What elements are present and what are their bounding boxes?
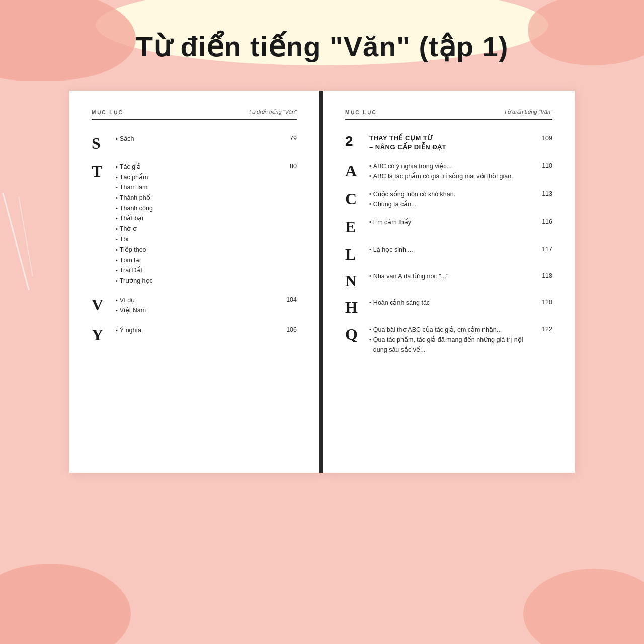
right-page-num: 113 bbox=[542, 190, 552, 209]
section-number: 2 bbox=[345, 134, 369, 149]
page-title: Từ điển tiếng "Văn" (tập 1) bbox=[136, 30, 509, 63]
toc-item: Trường học bbox=[116, 276, 282, 286]
toc-item: Ví dụ bbox=[116, 295, 278, 306]
page-num-y: 106 bbox=[286, 326, 297, 333]
right-header-title: Từ điển tiếng "Văn" bbox=[504, 109, 552, 115]
toc-item: Tóm lại bbox=[116, 255, 282, 266]
toc-row-v: Ví dụViệt Nam 104 bbox=[116, 295, 297, 316]
right-section-row: EEm cảm thấy116 bbox=[345, 217, 552, 236]
page-num-v: 104 bbox=[286, 296, 297, 303]
right-row-wrapper: Là học sinh,...117 bbox=[369, 245, 552, 255]
right-items: ABC có ý nghĩa trong việc...ABC là tác p… bbox=[369, 161, 534, 181]
section-title-line1: THAY THẾ CỤM TỪ – NÂNG CẤP DIỄN ĐẠT bbox=[369, 134, 534, 152]
right-page: MỤC LỤC Từ điển tiếng "Văn" 2 THAY THẾ C… bbox=[323, 91, 575, 473]
right-page-num: 116 bbox=[542, 218, 552, 227]
right-row-wrapper: ABC có ý nghĩa trong việc...ABC là tác p… bbox=[369, 161, 552, 181]
left-header-title: Từ điển tiếng "Văn" bbox=[248, 109, 297, 115]
right-items: Hoàn cảnh sáng tác bbox=[369, 298, 534, 308]
right-page-num: 118 bbox=[542, 272, 552, 281]
toc-item: Tham lam bbox=[116, 182, 282, 193]
right-page-num: 122 bbox=[542, 326, 552, 355]
toc-section-t: T Tác giảTác phẩmTham lamThành phốThành … bbox=[92, 162, 297, 286]
toc-row-t: Tác giảTác phẩmTham lamThành phốThành cô… bbox=[116, 162, 297, 286]
list-item: Hoàn cảnh sáng tác bbox=[369, 298, 534, 308]
toc-item: Sách bbox=[116, 134, 282, 144]
toc-row-s: Sách 79 bbox=[116, 134, 297, 144]
right-row-wrapper: Em cảm thấy116 bbox=[369, 217, 552, 227]
toc-item: Thành công bbox=[116, 203, 282, 214]
list-item: Qua bài thơ ABC của tác giả, em cảm nhận… bbox=[369, 325, 534, 335]
letter-s: S bbox=[92, 135, 116, 152]
right-row-wrapper: Qua bài thơ ABC của tác giả, em cảm nhận… bbox=[369, 325, 552, 355]
list-item: Nhà văn A đã từng nói: "..." bbox=[369, 271, 534, 281]
page-num-t: 80 bbox=[290, 163, 297, 170]
toc-item: Ý nghĩa bbox=[116, 325, 278, 336]
right-section-row: CCuộc sống luôn có khó khăn.Chúng ta cần… bbox=[345, 189, 552, 209]
right-section-row: HHoàn cảnh sáng tác120 bbox=[345, 298, 552, 316]
left-page: MỤC LỤC Từ điển tiếng "Văn" S Sách 79 bbox=[69, 91, 321, 473]
page-num-s: 79 bbox=[290, 135, 297, 142]
section-2-page: 109 bbox=[542, 135, 552, 142]
toc-list-v: Ví dụViệt Nam bbox=[116, 295, 278, 316]
list-item: Chúng ta cần... bbox=[369, 199, 534, 209]
toc-item: Việt Nam bbox=[116, 305, 278, 316]
list-item: ABC có ý nghĩa trong việc... bbox=[369, 161, 534, 171]
toc-section-s: S Sách 79 bbox=[92, 134, 297, 152]
books-container: MỤC LỤC Từ điển tiếng "Văn" S Sách 79 bbox=[55, 91, 589, 473]
toc-list-y: Ý nghĩa bbox=[116, 325, 278, 336]
right-letter-a: A bbox=[345, 162, 363, 180]
toc-items-t: Tác giảTác phẩmTham lamThành phốThành cô… bbox=[116, 162, 297, 286]
letter-v: V bbox=[92, 296, 116, 314]
right-items: Nhà văn A đã từng nói: "..." bbox=[369, 271, 534, 281]
letter-t: T bbox=[92, 163, 116, 180]
main-wrapper: Từ điển tiếng "Văn" (tập 1) MỤC LỤC Từ đ… bbox=[0, 0, 644, 473]
toc-section-y: Y Ý nghĩa 106 bbox=[92, 325, 297, 344]
toc-item: Tiếp theo bbox=[116, 245, 282, 255]
right-header-label: MỤC LỤC bbox=[345, 110, 377, 115]
toc-item: Trái Đất bbox=[116, 265, 282, 276]
toc-list-t: Tác giảTác phẩmTham lamThành phốThành cô… bbox=[116, 162, 282, 286]
toc-section-v: V Ví dụViệt Nam 104 bbox=[92, 295, 297, 316]
right-letter-q: Q bbox=[345, 326, 363, 343]
right-letter-c: C bbox=[345, 190, 363, 208]
toc-items-v: Ví dụViệt Nam 104 bbox=[116, 295, 297, 316]
toc-item: Thành phố bbox=[116, 193, 282, 203]
toc-items-y: Ý nghĩa 106 bbox=[116, 325, 297, 336]
toc-item: Thờ ơ bbox=[116, 224, 282, 234]
list-item: Em cảm thấy bbox=[369, 217, 534, 227]
right-letter-h: H bbox=[345, 299, 363, 316]
right-page-num: 117 bbox=[542, 246, 552, 255]
right-row-wrapper: Cuộc sống luôn có khó khăn.Chúng ta cần.… bbox=[369, 189, 552, 209]
section-title-block: THAY THẾ CỤM TỪ – NÂNG CẤP DIỄN ĐẠT bbox=[369, 134, 534, 152]
toc-item: Tác phẩm bbox=[116, 172, 282, 183]
toc-items-s: Sách 79 bbox=[116, 134, 297, 144]
list-item: Cuộc sống luôn có khó khăn. bbox=[369, 189, 534, 199]
toc-row-y: Ý nghĩa 106 bbox=[116, 325, 297, 336]
list-item: ABC là tác phẩm có giá trị sống mãi với … bbox=[369, 171, 534, 181]
right-items: Cuộc sống luôn có khó khăn.Chúng ta cần.… bbox=[369, 189, 534, 209]
section-2-header: 2 THAY THẾ CỤM TỪ – NÂNG CẤP DIỄN ĐẠT 10… bbox=[345, 134, 552, 152]
right-letter-n: N bbox=[345, 272, 363, 290]
letter-y: Y bbox=[92, 326, 116, 344]
left-page-header: MỤC LỤC Từ điển tiếng "Văn" bbox=[92, 109, 297, 120]
right-section-row: NNhà văn A đã từng nói: "..."118 bbox=[345, 271, 552, 290]
right-entries: AABC có ý nghĩa trong việc...ABC là tác … bbox=[345, 161, 552, 355]
right-letter-l: L bbox=[345, 246, 363, 263]
toc-item: Tác giả bbox=[116, 162, 282, 172]
right-items: Qua bài thơ ABC của tác giả, em cảm nhận… bbox=[369, 325, 534, 355]
right-page-num: 110 bbox=[542, 162, 552, 181]
right-page-num: 120 bbox=[542, 299, 552, 308]
toc-item: Thất bại bbox=[116, 213, 282, 224]
list-item: Là học sinh,... bbox=[369, 245, 534, 255]
list-item: Qua tác phẩm, tác giả đã mang đến những … bbox=[369, 335, 534, 355]
right-row-wrapper: Nhà văn A đã từng nói: "..."118 bbox=[369, 271, 552, 281]
right-section-row: LLà học sinh,...117 bbox=[345, 245, 552, 263]
right-section-row: QQua bài thơ ABC của tác giả, em cảm nhậ… bbox=[345, 325, 552, 355]
left-header-label: MỤC LỤC bbox=[92, 110, 123, 115]
right-page-header: MỤC LỤC Từ điển tiếng "Văn" bbox=[345, 109, 552, 120]
right-letter-e: E bbox=[345, 218, 363, 236]
right-items: Em cảm thấy bbox=[369, 217, 534, 227]
toc-list-s: Sách bbox=[116, 134, 282, 144]
right-items: Là học sinh,... bbox=[369, 245, 534, 255]
toc-item: Tôi bbox=[116, 234, 282, 245]
